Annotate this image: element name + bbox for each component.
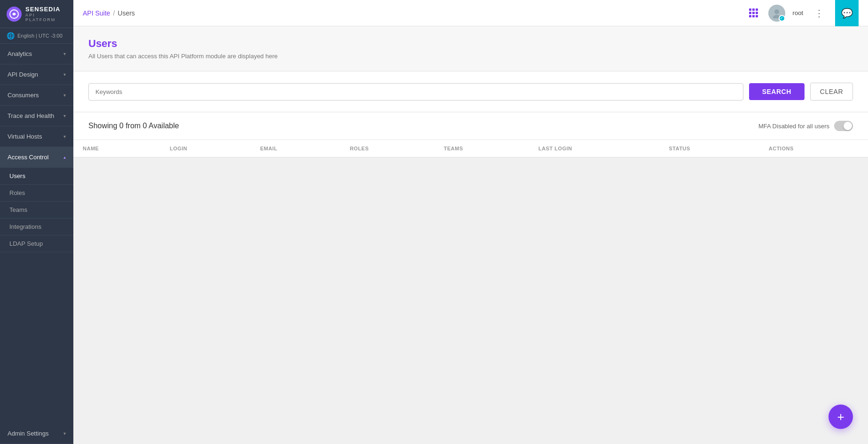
grid-menu-button[interactable] [746,6,761,20]
clear-button[interactable]: CLEAR [810,83,853,101]
subitem-label: Roles [9,189,25,196]
toggle-knob [844,122,852,130]
logo-text: sensedia API PLATFORM [25,6,67,22]
chevron-down-icon: ▾ [63,113,66,118]
sidebar-item-label: API Design [8,71,38,78]
chat-button[interactable]: 💬 [835,0,859,26]
col-teams: TEAMS [434,140,529,157]
chevron-down-icon: ▾ [63,51,66,56]
main-wrapper: API Suite / Users ✓ [73,0,868,444]
chevron-up-icon: ▴ [63,155,66,160]
sidebar-item-virtual-hosts[interactable]: Virtual Hosts ▾ [0,126,73,147]
page-header-section: Users All Users that can access this API… [73,26,868,71]
search-section: SEARCH CLEAR [73,71,868,112]
sidebar-nav: Analytics ▾ API Design ▾ Consumers ▾ Tra… [0,44,73,444]
showing-count: Showing 0 from 0 Available [88,122,179,130]
col-roles: ROLES [340,140,434,157]
brand-subtitle: API PLATFORM [25,13,67,22]
mfa-label: MFA Disabled for all users [758,123,829,130]
col-login: LOGIN [160,140,251,157]
logo-icon [7,7,22,22]
table-header-bar: Showing 0 from 0 Available MFA Disabled … [73,112,868,140]
svg-point-1 [774,9,779,14]
table-head: NAME LOGIN EMAIL ROLES TEAMS LAST LOGIN … [73,140,868,157]
sidebar-subitem-roles[interactable]: Roles [0,185,73,202]
avatar-badge: ✓ [779,15,785,22]
mfa-control: MFA Disabled for all users [758,121,853,131]
page-subtitle: All Users that can access this API Platf… [88,53,853,60]
sidebar-item-access-control[interactable]: Access Control ▴ [0,147,73,168]
chevron-down-icon: ▾ [63,431,66,436]
chevron-down-icon: ▾ [63,134,66,139]
subitem-label: Teams [9,206,27,213]
sidebar-item-label: Analytics [8,50,32,57]
header-right: ✓ root ⋮ 💬 [746,0,859,26]
page-content: Users All Users that can access this API… [73,26,868,444]
sidebar-item-trace-and-health[interactable]: Trace and Health ▾ [0,106,73,126]
sidebar-item-admin-settings[interactable]: Admin Settings ▾ [0,423,73,444]
col-last-login: LAST LOGIN [529,140,659,157]
table-header-row: NAME LOGIN EMAIL ROLES TEAMS LAST LOGIN … [73,140,868,157]
globe-icon: 🌐 [7,32,15,39]
chat-icon: 💬 [841,8,853,19]
breadcrumb: API Suite / Users [83,9,135,17]
sidebar-subitem-integrations[interactable]: Integrations [0,218,73,235]
sidebar-item-label: Access Control [8,154,48,161]
sidebar-item-label: Consumers [8,92,39,99]
breadcrumb-separator: / [113,9,115,17]
page-title: Users [88,38,853,50]
subitem-label: Integrations [9,223,41,230]
table-section: Showing 0 from 0 Available MFA Disabled … [73,112,868,157]
locale-bar: 🌐 English | UTC -3:00 [0,28,73,44]
username: root [793,9,803,16]
search-button[interactable]: SEARCH [749,83,805,100]
users-table: NAME LOGIN EMAIL ROLES TEAMS LAST LOGIN … [73,140,868,157]
col-status: STATUS [660,140,759,157]
sidebar-subitem-ldap-setup[interactable]: LDAP Setup [0,235,73,252]
sidebar-item-analytics[interactable]: Analytics ▾ [0,44,73,64]
sidebar: sensedia API PLATFORM 🌐 English | UTC -3… [0,0,73,444]
top-header: API Suite / Users ✓ [73,0,868,26]
subitem-label: LDAP Setup [9,240,43,247]
mfa-toggle[interactable] [834,121,853,131]
keywords-input[interactable] [88,83,743,101]
col-email: EMAIL [251,140,340,157]
sidebar-subitem-users[interactable]: Users [0,168,73,185]
breadcrumb-current: Users [118,9,135,17]
chevron-down-icon: ▾ [63,72,66,77]
sidebar-item-api-design[interactable]: API Design ▾ [0,64,73,85]
user-avatar-wrapper[interactable]: ✓ [768,5,785,22]
sidebar-item-consumers[interactable]: Consumers ▾ [0,85,73,106]
sidebar-item-label: Admin Settings [8,430,48,437]
more-options-button[interactable]: ⋮ [811,6,828,21]
add-fab-button[interactable]: + [829,405,853,429]
sidebar-subitem-teams[interactable]: Teams [0,202,73,218]
chevron-down-icon: ▾ [63,93,66,98]
sidebar-logo: sensedia API PLATFORM [0,0,73,28]
subitem-label: Users [9,172,25,179]
col-name: NAME [73,140,160,157]
locale-label: English | UTC -3:00 [17,33,63,39]
grid-dots-icon [749,8,758,17]
col-actions: ACTIONS [759,140,868,157]
breadcrumb-parent[interactable]: API Suite [83,9,110,17]
sidebar-item-label: Trace and Health [8,112,54,119]
sidebar-item-label: Virtual Hosts [8,133,42,140]
brand-name: sensedia [25,6,67,13]
